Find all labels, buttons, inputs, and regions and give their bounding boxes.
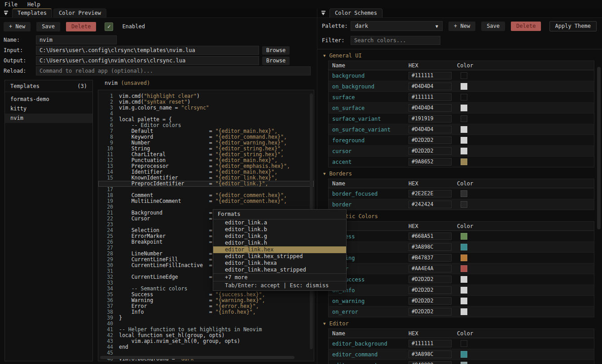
color-name: editor_command [329, 351, 409, 358]
autocomplete-item[interactable]: editor_link.hexa [213, 260, 346, 267]
autocomplete-item[interactable]: editor_link.g [213, 233, 346, 240]
code-line: 39} [98, 315, 314, 321]
color-row: border_focused#2E2E2E [329, 188, 594, 199]
template-list-item[interactable]: kitty [5, 104, 92, 114]
delete-palette-button[interactable]: Delete [511, 22, 541, 31]
color-swatch[interactable] [461, 83, 467, 90]
hex-input[interactable]: #B47837 [409, 254, 452, 262]
input-path-field[interactable] [36, 46, 259, 55]
color-swatch[interactable] [461, 351, 467, 358]
hex-input[interactable]: #D2D2D2 [409, 147, 452, 155]
section-header[interactable]: ▼Semantic Colors [317, 212, 602, 221]
color-search-input[interactable] [351, 36, 440, 45]
color-swatch[interactable] [461, 265, 467, 272]
browse-input-button[interactable]: Browse [262, 46, 290, 55]
hex-input[interactable]: #D2D2D2 [409, 297, 452, 305]
tab-color-schemes[interactable]: Color Schemes [330, 9, 382, 18]
color-swatch[interactable] [461, 276, 467, 283]
color-row: editor_comment#849899 [329, 360, 594, 364]
color-swatch[interactable] [461, 126, 467, 133]
section-header[interactable]: ▼Editor [317, 319, 602, 328]
color-name: border [329, 202, 409, 208]
color-swatch[interactable] [461, 287, 467, 294]
color-swatch[interactable] [461, 362, 467, 364]
collapse-panel-icon[interactable] [321, 11, 326, 16]
save-palette-button[interactable]: Save [481, 22, 505, 31]
hex-input[interactable]: #111111 [409, 93, 452, 101]
hex-input[interactable]: #D2D2D2 [409, 308, 452, 316]
templates-list-title: Templates [10, 83, 40, 89]
hex-input[interactable]: #D2D2D2 [409, 286, 452, 294]
autocomplete-item[interactable]: editor_link.a [213, 219, 346, 226]
color-swatch[interactable] [461, 298, 467, 304]
color-swatch[interactable] [461, 115, 467, 122]
save-template-button[interactable]: Save [36, 22, 60, 31]
template-list-item[interactable]: formats-demo [5, 95, 92, 104]
new-template-button[interactable]: + New [4, 22, 31, 31]
popup-more-item[interactable]: +7 more [213, 273, 346, 281]
autocomplete-item[interactable]: editor_link.hex [213, 246, 346, 253]
hex-input[interactable]: #D4D4D4 [409, 83, 452, 90]
color-name: on_warning [329, 298, 409, 304]
hex-input[interactable]: #3A898C [409, 351, 452, 358]
hex-input[interactable]: #668A51 [409, 232, 452, 240]
hex-input[interactable]: #111111 [409, 72, 452, 79]
color-swatch[interactable] [461, 105, 467, 111]
color-swatch[interactable] [461, 244, 467, 250]
name-input[interactable] [36, 35, 117, 44]
autocomplete-item[interactable]: editor_link.b [213, 226, 346, 233]
hex-input[interactable]: #849899 [409, 361, 452, 364]
color-swatch[interactable] [461, 148, 467, 154]
color-swatch[interactable] [461, 94, 467, 101]
color-swatch[interactable] [461, 190, 467, 197]
enabled-checkbox[interactable]: ✓ [105, 22, 113, 31]
menu-item-help[interactable]: Help [27, 1, 40, 8]
color-name: background [329, 73, 409, 79]
hex-input[interactable]: #111111 [409, 340, 452, 347]
output-path-field[interactable] [36, 56, 259, 65]
autocomplete-item[interactable]: editor_link.h [213, 240, 346, 246]
hex-input[interactable]: #D2D2D2 [409, 276, 452, 283]
hex-input[interactable]: #9A8652 [409, 158, 452, 166]
hex-input[interactable]: #3A898C [409, 243, 452, 251]
color-row: surface#111111 [329, 92, 594, 102]
hex-input[interactable]: #D4D4D4 [409, 126, 452, 133]
template-list-item[interactable]: nvim [5, 114, 92, 123]
palette-dropdown[interactable]: dark ▼ [351, 21, 443, 31]
color-swatch[interactable] [461, 72, 467, 79]
hex-input[interactable]: #D4D4D4 [409, 104, 452, 112]
apply-theme-button[interactable]: Apply Theme [549, 21, 597, 31]
templates-list: Templates (3) formats-demokittynvim [4, 80, 93, 361]
color-row: editor_background#111111 [329, 338, 594, 349]
reload-command-field[interactable] [36, 66, 311, 75]
section-header[interactable]: ▼General UI [317, 51, 602, 60]
colors-vertical-scrollbar[interactable] [597, 67, 601, 229]
column-header-name: Name [329, 330, 409, 337]
editor-horizontal-scrollbar[interactable] [100, 356, 294, 359]
color-table: NameHEXColorbackground#111111on_backgrou… [328, 61, 594, 167]
autocomplete-item[interactable]: editor_link.hexa_stripped [213, 267, 346, 273]
color-swatch[interactable] [461, 254, 467, 261]
color-swatch[interactable] [461, 308, 467, 315]
hex-input[interactable]: #191919 [409, 115, 452, 123]
autocomplete-item[interactable]: editor_link.hex_stripped [213, 253, 346, 260]
hex-input[interactable]: #D2D2D2 [409, 136, 452, 144]
color-swatch[interactable] [461, 158, 467, 165]
section-header[interactable]: ▼Borders [317, 169, 602, 178]
hex-input[interactable]: #AA4E4A [409, 265, 452, 272]
hex-input[interactable]: #2E2E2E [409, 190, 452, 197]
tab-color-preview[interactable]: Color Preview [53, 9, 106, 18]
delete-template-button[interactable]: Delete [66, 22, 96, 31]
menu-item-file[interactable]: File [4, 1, 18, 8]
popup-hint-footer: Tab/Enter: accept | Esc: dismiss [213, 281, 346, 290]
color-swatch[interactable] [461, 340, 467, 347]
color-swatch[interactable] [461, 233, 467, 240]
color-swatch[interactable] [461, 137, 467, 144]
collapse-panel-icon[interactable] [4, 11, 9, 16]
color-swatch[interactable] [461, 201, 467, 208]
hex-input[interactable]: #242424 [409, 201, 452, 208]
collapse-triangle-icon: ▼ [323, 171, 325, 176]
browse-output-button[interactable]: Browse [262, 57, 290, 65]
new-palette-button[interactable]: + New [448, 22, 475, 31]
tab-templates[interactable]: Templates [12, 9, 52, 18]
